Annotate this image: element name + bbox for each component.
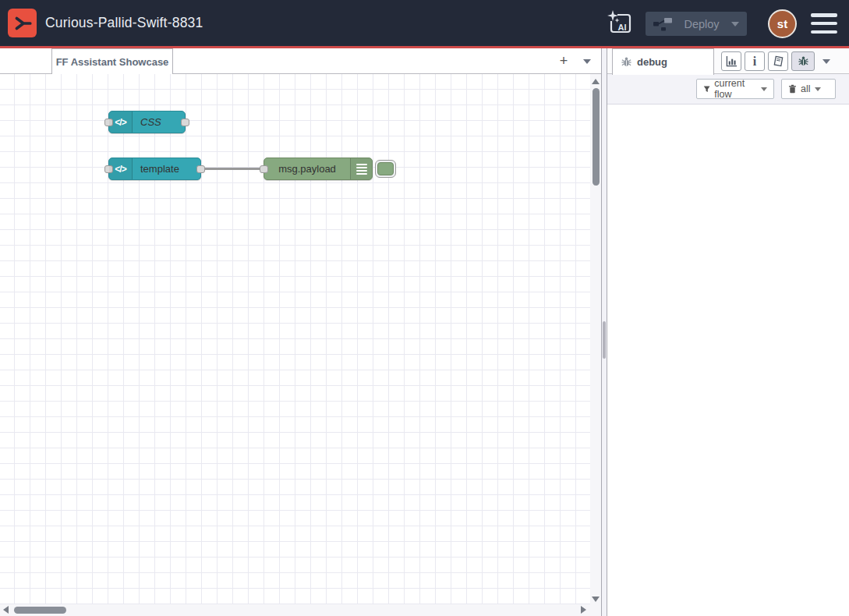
flow-canvas[interactable]: </> CSS </> template msg.payload bbox=[0, 74, 590, 604]
book-icon bbox=[773, 55, 784, 67]
help-button[interactable] bbox=[768, 51, 788, 71]
debug-messages-panel[interactable] bbox=[607, 104, 849, 616]
wire-layer bbox=[0, 74, 590, 604]
bug-icon bbox=[798, 55, 809, 67]
canvas-vertical-scrollbar[interactable] bbox=[590, 74, 601, 604]
scroll-up-arrow-icon[interactable] bbox=[592, 79, 600, 84]
debug-enable-toggle[interactable] bbox=[375, 160, 396, 178]
code-icon: </> bbox=[109, 158, 133, 179]
debug-filter-button[interactable]: current flow bbox=[696, 79, 774, 99]
horizontal-scroll-thumb[interactable] bbox=[14, 607, 66, 614]
clear-label: all bbox=[801, 83, 811, 94]
debug-clear-button[interactable]: all bbox=[781, 79, 836, 99]
workspace-list-caret-icon[interactable] bbox=[583, 59, 591, 64]
add-flow-button[interactable]: + bbox=[554, 52, 573, 71]
filter-label: current flow bbox=[714, 78, 757, 100]
scroll-right-arrow-icon[interactable] bbox=[581, 606, 586, 614]
bug-icon bbox=[621, 56, 632, 68]
ai-assistant-button[interactable]: AI bbox=[605, 9, 635, 38]
node-red-editor: Curious-Pallid-Swift-8831 AI Deploy st bbox=[0, 0, 849, 616]
sidebar-tab-label: debug bbox=[637, 56, 667, 68]
debug-panel-button[interactable] bbox=[791, 51, 815, 71]
deploy-nodes-icon bbox=[653, 16, 672, 31]
project-title: Curious-Pallid-Swift-8831 bbox=[45, 0, 203, 46]
hamburger-bar bbox=[811, 13, 837, 17]
workspace-tab-label: FF Assistant Showcase bbox=[56, 56, 169, 68]
deploy-button[interactable]: Deploy bbox=[646, 12, 747, 36]
hamburger-bar bbox=[811, 30, 837, 34]
vertical-scroll-thumb[interactable] bbox=[593, 88, 600, 186]
sidebar-tab-debug[interactable]: debug bbox=[612, 48, 714, 75]
canvas-horizontal-scrollbar[interactable] bbox=[0, 604, 601, 616]
header: Curious-Pallid-Swift-8831 AI Deploy st bbox=[0, 0, 849, 48]
node-debug-msg-payload[interactable]: msg.payload bbox=[264, 158, 373, 180]
svg-text:AI: AI bbox=[618, 23, 627, 32]
deploy-options-caret-icon[interactable] bbox=[731, 22, 739, 27]
scroll-down-arrow-icon[interactable] bbox=[592, 597, 600, 602]
sidebar-tabs-caret-icon[interactable] bbox=[822, 59, 830, 64]
bar-chart-icon bbox=[726, 55, 738, 67]
ai-sparkle-icon: AI bbox=[606, 9, 634, 37]
branch-logo-glyph bbox=[12, 13, 33, 34]
dashboard-button[interactable] bbox=[721, 51, 741, 71]
info-button[interactable]: i bbox=[745, 51, 765, 71]
node-template-output-port[interactable] bbox=[196, 165, 205, 173]
debug-toggle-state bbox=[377, 162, 394, 175]
avatar-initials: st bbox=[777, 17, 787, 30]
clear-caret-icon bbox=[815, 87, 821, 91]
debug-list-icon bbox=[350, 158, 372, 179]
workspace-tabbar: FF Assistant Showcase + bbox=[0, 48, 601, 74]
code-icon: </> bbox=[109, 112, 133, 133]
splitter-drag-handle[interactable] bbox=[603, 321, 606, 359]
node-debug-input-port[interactable] bbox=[260, 165, 268, 173]
debug-lines-glyph bbox=[356, 164, 367, 175]
trash-icon bbox=[788, 84, 797, 94]
hamburger-bar bbox=[811, 22, 837, 26]
scroll-left-arrow-icon[interactable] bbox=[3, 606, 9, 614]
info-icon: i bbox=[753, 55, 756, 68]
main-menu-button[interactable] bbox=[811, 13, 837, 34]
sidebar-splitter[interactable] bbox=[601, 48, 607, 616]
node-css-output-port[interactable] bbox=[181, 119, 189, 126]
filter-caret-icon bbox=[761, 87, 767, 91]
user-avatar[interactable]: st bbox=[768, 9, 797, 38]
sidebar: debug i bbox=[607, 48, 849, 616]
app-logo-icon bbox=[8, 9, 37, 37]
workspace-tab-active[interactable]: FF Assistant Showcase bbox=[51, 48, 173, 74]
filter-funnel-icon bbox=[703, 85, 710, 94]
node-template[interactable]: </> template bbox=[108, 158, 201, 180]
deploy-label: Deploy bbox=[672, 18, 731, 30]
node-css-template[interactable]: </> CSS bbox=[108, 111, 186, 133]
debug-toolbar: current flow all bbox=[607, 74, 849, 104]
sidebar-tabbar: debug i bbox=[607, 48, 849, 74]
